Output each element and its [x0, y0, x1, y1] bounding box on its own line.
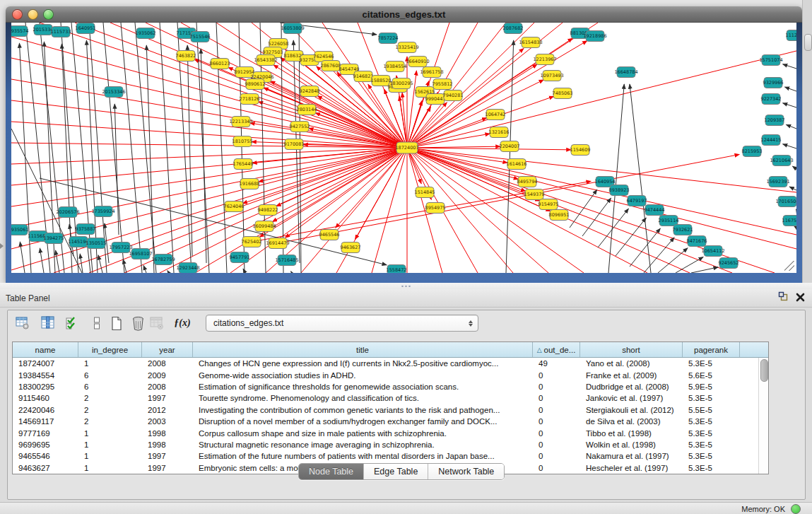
close-window-icon[interactable] [12, 9, 23, 20]
network-node[interactable]: 15716485 [275, 255, 298, 266]
network-node[interactable]: 9498222 [258, 205, 278, 216]
network-node[interactable]: 1935062 [136, 28, 156, 39]
network-node[interactable]: 18724007 [395, 142, 418, 153]
tab-edge-table[interactable]: Edge Table [364, 464, 428, 479]
column-header-short[interactable]: short [580, 342, 683, 357]
network-node[interactable]: 1614616 [507, 159, 527, 170]
panel-collapse-arrow-icon[interactable] [0, 243, 4, 249]
network-node[interactable]: 16914479 [266, 238, 289, 249]
panel-divider[interactable] [0, 283, 812, 289]
network-window-titlebar[interactable]: citations_edges.txt [6, 6, 802, 23]
network-node[interactable]: 12213967 [533, 54, 556, 65]
network-node[interactable]: 9474444 [645, 205, 665, 216]
network-node[interactable]: 12213343 [229, 117, 252, 127]
network-node[interactable]: 15751074 [759, 55, 782, 66]
table-mode-icon[interactable] [15, 315, 30, 332]
table-scrollbar[interactable] [758, 358, 768, 474]
network-node[interactable]: 16958107 [129, 249, 152, 259]
network-node[interactable]: 16154838 [519, 37, 542, 48]
network-node[interactable]: 1640951 [76, 23, 96, 34]
table-row[interactable]: 2242004622012Investigating the contribut… [13, 404, 768, 416]
network-node[interactable]: 1394275 [44, 233, 64, 244]
network-node[interactable]: 19384554 [383, 62, 406, 72]
network-node[interactable]: 2867608 [321, 61, 341, 71]
network-node[interactable]: 8096951 [549, 210, 570, 221]
network-node[interactable]: 16648784 [614, 67, 637, 78]
network-node[interactable]: 7485063 [553, 88, 573, 99]
network-node[interactable]: 10973493 [540, 71, 563, 81]
network-node[interactable]: 8660123 [210, 59, 230, 69]
network-node[interactable]: 9245652 [719, 258, 739, 269]
column-header-out_de[interactable]: △out_de... [533, 342, 580, 357]
network-node[interactable]: 9457791 [230, 252, 250, 263]
network-node[interactable]: 9227342 [761, 94, 782, 105]
network-node[interactable]: 1167533 [782, 216, 796, 226]
column-header-year[interactable]: year [142, 342, 193, 357]
network-node[interactable]: 1549379 [524, 189, 545, 200]
network-node[interactable]: 20206576 [56, 207, 79, 218]
column-header-pagerank[interactable]: pagerank [683, 342, 740, 357]
network-node[interactable]: 9154975 [539, 199, 559, 210]
network-node[interactable]: 9463627 [341, 243, 361, 253]
function-builder-icon[interactable]: ƒ(x) [175, 315, 190, 332]
table-row[interactable]: 969969511998Structural magnetic resonanc… [13, 439, 768, 450]
column-header-name[interactable]: name [13, 342, 78, 357]
network-node[interactable]: 10654112 [701, 246, 724, 257]
network-node[interactable]: 1064742 [486, 110, 506, 120]
column-header-title[interactable]: title [193, 342, 533, 357]
zoom-window-icon[interactable] [43, 9, 54, 20]
network-node[interactable]: 2087682 [503, 23, 524, 34]
network-node[interactable]: 1514845 [415, 187, 435, 198]
table-row[interactable]: 911546021997Tourette syndrome. Phenomeno… [13, 392, 768, 404]
network-node[interactable]: 1916688 [240, 179, 260, 189]
tab-node-table[interactable]: Node Table [299, 464, 364, 479]
new-table-icon[interactable] [109, 315, 124, 332]
network-node[interactable]: 16543382 [254, 55, 277, 66]
network-node[interactable]: 15692391 [766, 177, 789, 187]
network-node[interactable]: 16210643 [770, 156, 793, 166]
network-node[interactable]: 2803144 [297, 105, 317, 115]
table-row[interactable]: 1872400712008Changes of HCN gene express… [13, 358, 768, 369]
network-node[interactable]: 9170081 [284, 139, 305, 150]
network-node[interactable]: 8471676 [687, 236, 707, 247]
network-node[interactable]: 1558472 [387, 265, 407, 274]
network-canvas[interactable]: 7463822866012389129545226058932750381863… [11, 23, 796, 273]
canvas-resize-grip[interactable] [784, 261, 794, 271]
delete-icon[interactable] [130, 315, 146, 332]
network-node[interactable]: 2204007 [500, 141, 520, 152]
network-node[interactable]: 1935574 [11, 26, 28, 37]
network-node[interactable]: 9427552 [290, 122, 310, 132]
delete-table-icon[interactable] [149, 315, 165, 332]
network-table-select[interactable]: citations_edges.txt [206, 315, 478, 332]
network-node[interactable]: 7857224 [378, 33, 399, 44]
divider-grip-icon[interactable] [401, 285, 411, 287]
network-node[interactable]: 20153346 [102, 87, 125, 98]
network-node[interactable]: 16961758 [420, 67, 443, 78]
network-node[interactable]: 9329966 [763, 78, 784, 88]
network-node[interactable]: 9465546 [319, 230, 340, 240]
row-check-icon[interactable] [64, 315, 80, 332]
network-node[interactable]: 19218986 [583, 31, 606, 42]
network-node[interactable]: 1321616 [489, 127, 510, 138]
network-node[interactable]: 1765449 [233, 159, 254, 170]
stacked-rows-icon[interactable] [89, 315, 105, 332]
show-columns-icon[interactable] [40, 315, 56, 332]
close-panel-icon[interactable] [796, 292, 805, 305]
network-node[interactable]: 18300295 [389, 78, 413, 89]
table-row[interactable]: 946554611997Estimation of the future num… [13, 450, 768, 462]
network-node[interactable]: 12923448 [176, 263, 199, 274]
float-panel-icon[interactable] [778, 291, 789, 305]
network-node[interactable]: 7515546 [190, 32, 211, 42]
column-header-in_degree[interactable]: in_degree [78, 342, 142, 357]
network-node[interactable]: 17016504 [775, 197, 796, 207]
network-node[interactable]: 9242848 [300, 86, 320, 97]
network-node[interactable]: 17359924 [91, 206, 114, 217]
network-node[interactable]: 6479197 [627, 196, 647, 206]
network-node[interactable]: 8215953 [742, 146, 763, 157]
network-node[interactable]: 1115733 [51, 27, 71, 37]
network-node[interactable]: 7624046 [224, 201, 245, 212]
network-node[interactable]: 7625402 [242, 237, 262, 247]
network-node[interactable]: 8495794 [517, 177, 538, 187]
network-node[interactable]: 1810755 [233, 136, 253, 147]
minimize-window-icon[interactable] [28, 9, 38, 20]
